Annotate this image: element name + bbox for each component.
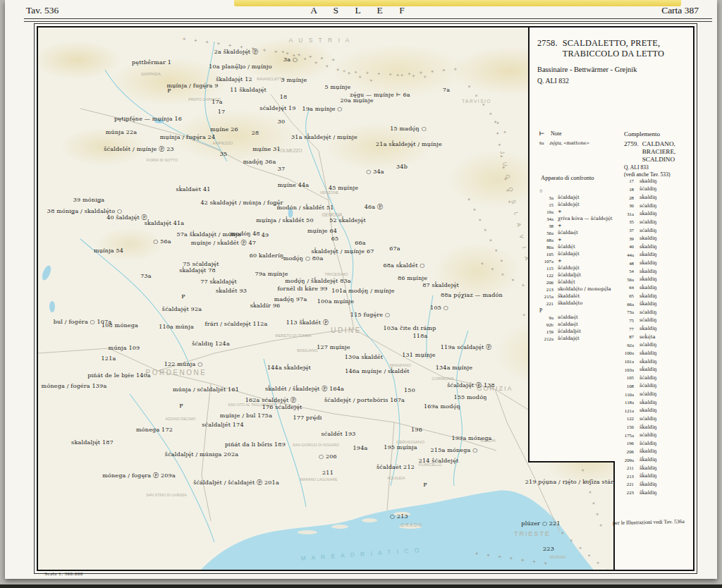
complemento-row: 87sek̓ę́ta bbox=[618, 333, 657, 341]
map-label: sk̓aldė́t 93 bbox=[216, 288, 247, 294]
map-label: 130a sk̓aldė́t bbox=[345, 354, 383, 360]
map-label: 7a bbox=[443, 87, 450, 93]
map-label: modǫ́ŋ / šk̓aldeję́t 83a bbox=[285, 278, 351, 284]
apparato-row: 9asćaldaę́t bbox=[535, 314, 613, 321]
apparato-list: ○3ašćaldaję́t15šćaldeję́t19a+34aχríva kó… bbox=[535, 187, 613, 342]
apparato-row: 213skoldalę́to / monegę́la bbox=[535, 286, 613, 293]
complemento-row: 92asćaldiŋ bbox=[618, 341, 657, 350]
complemento-title: 2759. CALDANO,BRACIERE,SCALDINO bbox=[624, 140, 675, 164]
apparato-row: 56ašćaldaę́t bbox=[535, 229, 613, 236]
map-label: 169a modǫ́ŋ bbox=[424, 403, 460, 410]
map-label: mu̯íne 26 bbox=[210, 126, 238, 133]
map-label: 60 kalderíŋ bbox=[250, 252, 284, 259]
map-label: 122 múnja ○ bbox=[164, 361, 203, 367]
entry-title-line1: SCALDALETTO, PRETE, bbox=[563, 38, 661, 48]
map-label: 105 ○ bbox=[430, 305, 448, 311]
complemento-row: 64sk̓aldiŋ bbox=[618, 283, 657, 292]
map-label: 42 skaldaję́t / múnja / foǥę̂r bbox=[200, 200, 283, 206]
map-label: P bbox=[181, 293, 185, 300]
map-label: 87 sk̓aldeję́t bbox=[422, 282, 459, 288]
map-label: 134a mu̯ínje bbox=[436, 365, 472, 371]
complemento-list: 17skaldiŋ18šćaldiŋ28sk̓aldiŋ30sćaldiŋ31a… bbox=[618, 177, 657, 496]
map-label: P bbox=[179, 403, 183, 409]
map-label: 155 modóŋ bbox=[453, 394, 487, 400]
map-label: 30 bbox=[278, 118, 286, 125]
map-label: 52 sk̓aldeję́t bbox=[329, 217, 366, 223]
map-label: sćaldaljė́t 174 bbox=[202, 422, 243, 428]
map-label: 49 bbox=[262, 232, 269, 238]
map-label: mu̯ínja / fugę́ra 9 bbox=[166, 82, 218, 89]
map-label: 121a bbox=[102, 355, 116, 362]
map-label: ○ 213 bbox=[390, 513, 408, 520]
map-label: sk̓aldaję́t 41a bbox=[145, 220, 185, 226]
map-plate: + + + + + + + + + + + + + ++ + + + + + +… bbox=[34, 23, 697, 574]
apparato-row: 206šćaldę́t bbox=[535, 278, 613, 286]
note-items: 6azę́gu, «mattone» bbox=[539, 140, 589, 146]
illustrations-note: per le Illustrazioni vedi Tav. 536a bbox=[613, 518, 685, 526]
complemento-row: 100ask̓aldiŋ bbox=[618, 349, 657, 357]
map-label: šćaldaėt 212 bbox=[377, 464, 415, 470]
map-label: madǫ́ŋ 36a bbox=[243, 159, 276, 165]
map-label: 39 móniǥa bbox=[73, 197, 105, 203]
map-label: 15 madǫ́ŋ ○ bbox=[390, 125, 427, 132]
map-label: šćaldaję́t 92a bbox=[162, 306, 202, 312]
map-label: mu̯íne 31 bbox=[252, 146, 281, 152]
map-label: sk̓aldaję́t 78 bbox=[179, 267, 216, 274]
complemento-row: 35sćaldiŋ bbox=[618, 218, 657, 226]
map-label: múnja 109 bbox=[109, 345, 140, 351]
complemento-row: 56ask̓aldiŋ bbox=[618, 276, 657, 284]
complemento-title-line: CALDANO, bbox=[642, 140, 676, 148]
map-label: 20a mu̯ínje bbox=[340, 97, 373, 104]
map-label: 113 šk̓aldė́t Ⓟ bbox=[286, 319, 329, 326]
complemento-row: 105šćaldiŋ bbox=[618, 374, 657, 382]
entry-subtitle: Bassinaire - Bettwärmer - Grejnik bbox=[537, 66, 637, 73]
map-label: 11 škaldaję́t bbox=[230, 87, 267, 93]
apparato-row: 115šćaldeję́t bbox=[535, 264, 613, 271]
map-label: 21a sk̓aldeję́t / mu̯ínje bbox=[376, 141, 442, 147]
map-label: frári / sćaldeję́t 112a bbox=[205, 321, 268, 327]
apparato-row: 68a+ bbox=[535, 236, 613, 243]
complemento-row: 77sk̓aldiŋ bbox=[618, 324, 657, 333]
map-label: 45 mu̯ínje bbox=[329, 185, 358, 191]
map-label: ○ 56a bbox=[153, 238, 171, 245]
apparato-row: 15šćaldeję́t bbox=[535, 201, 613, 208]
map-label: bul / fogéra ○ 107a bbox=[54, 319, 112, 325]
map-label: mónega 172 bbox=[136, 427, 173, 433]
map-label: 162a sćaldeję́t Ⓟ bbox=[245, 396, 297, 404]
note-symbol: ⊢ bbox=[539, 130, 544, 137]
complemento-number: 2759. bbox=[624, 140, 639, 164]
map-label: 17 bbox=[218, 109, 226, 115]
map-label: skaldalję́t 187 bbox=[71, 439, 114, 446]
map-label: sćaldeję́t 19 bbox=[259, 105, 295, 111]
complemento-row: 40sk̓aldiŋ bbox=[618, 243, 657, 251]
map-label: 65 bbox=[331, 235, 339, 242]
complemento-title-line: BRACIERE, bbox=[642, 148, 676, 156]
complemento-row: 75sćaldiŋ bbox=[618, 317, 657, 325]
complemento-row: 121askaldiŋ bbox=[618, 407, 657, 415]
apparato-row: 105šćaldaję́t bbox=[535, 250, 613, 257]
apparato-row: 159šćaldaljét bbox=[535, 328, 613, 335]
map-label: sk̓aldaėt 41 bbox=[176, 186, 210, 192]
complemento-label: Complemento bbox=[624, 130, 660, 137]
map-label: fornél di k̓âre 99 bbox=[277, 286, 327, 292]
complemento-title-lines: CALDANO,BRACIERE,SCALDINO bbox=[642, 140, 676, 164]
map-label: šćaldiŋ 124a bbox=[192, 341, 230, 347]
map-label: 196 bbox=[411, 427, 422, 433]
complemento-row: 118ask̓aldiŋ bbox=[618, 398, 657, 407]
map-label: sk̓aldė́t / šk̓aldeję́t Ⓟ 164a bbox=[265, 385, 344, 393]
map-label: ○ 34a bbox=[366, 169, 384, 175]
map-label: 110a múnja bbox=[159, 324, 194, 330]
map-label: pęttbė̂rmar 1 bbox=[132, 59, 171, 66]
complemento-row: 209ašk̓aldiŋ bbox=[618, 455, 657, 464]
map-label: 2a škaldoję́t Ⓟ bbox=[214, 48, 258, 56]
apparato-row: 38+ bbox=[535, 222, 613, 229]
complemento-row: 65sk̓aldiŋ bbox=[618, 292, 657, 300]
map-label: 34b bbox=[396, 164, 408, 170]
map-label: šćaldelė́t / mu̯ínje Ⓟ 23 bbox=[104, 145, 174, 153]
complemento-row: 211šk̓aldiŋ bbox=[618, 464, 657, 472]
complemento-row: 73asćaldiŋ bbox=[618, 308, 657, 317]
map-label: 86 mu̯ínje bbox=[398, 275, 427, 281]
map-label: 146a mu̯ínje / sk̓aldė́t bbox=[345, 368, 410, 374]
map-label: škaldaję́t 12 bbox=[216, 76, 252, 82]
map-label: mónega / fogęra Ⓟ 209a bbox=[102, 472, 176, 479]
